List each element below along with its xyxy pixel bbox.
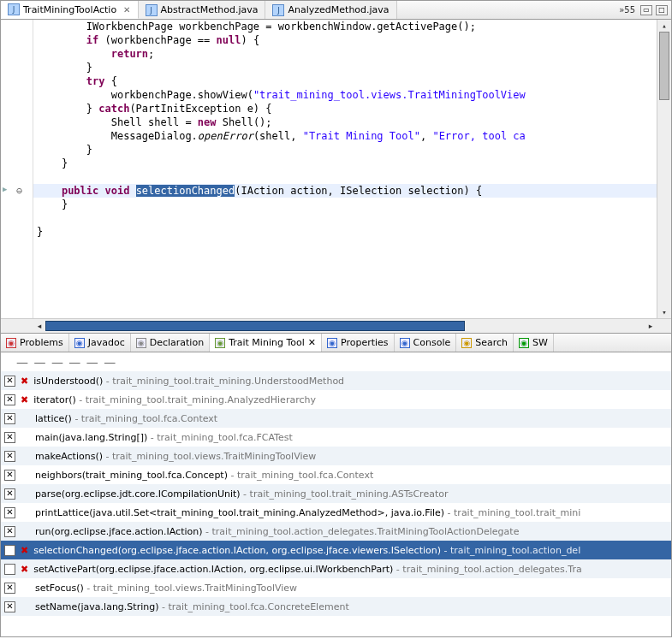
bottom-panel: ◉Problems◉Javadoc◉Declaration◉Trait Mini… [0,334,672,637]
method-name: main(java.lang.String[]) - trait_mining_… [35,432,293,443]
method-name: setName(java.lang.String) - trait_mining… [35,601,349,612]
code-line[interactable]: Shell shell = new Shell(); [33,115,657,129]
checkbox[interactable]: ✕ [4,470,15,481]
fold-toggle-icon[interactable]: ⊖ [16,185,22,197]
list-item[interactable]: ✕parse(org.eclipse.jdt.core.ICompilation… [1,484,671,503]
list-item[interactable]: ✕run(org.eclipse.jface.action.IAction) -… [1,522,671,541]
qualifier: - trait_mining_tool.action_del [441,545,580,556]
horizontal-scrollbar[interactable]: ◂ ▸ [1,318,671,333]
method-name: makeActions() - trait_mining_tool.views.… [35,451,316,462]
checkbox[interactable]: ✕ [4,376,15,387]
list-item[interactable]: ✕✖isUnderstood() - trait_mining_tool.tra… [1,371,671,390]
list-item[interactable]: ✕✖iterator() - trait_mining_tool.trait_m… [1,390,671,409]
checkbox[interactable]: ✕ [4,394,15,405]
checkbox[interactable]: ✕ [4,601,15,612]
qualifier: - trait_mining_tool.trait_mining.ASTsCre… [241,488,449,500]
code-body[interactable]: IWorkbenchPage workbenchPage = workbench… [33,20,657,318]
close-icon[interactable]: ✕ [123,5,130,15]
method-name: neighbors(trait_mining_tool.fca.Concept)… [35,470,373,481]
qualifier: - trait_mining_tool.fca.Context [228,470,373,481]
view-icon: ◉ [6,338,16,348]
scroll-left-arrow[interactable]: ◂ [33,319,45,333]
qualifier: - trait_mining_tool.action_delegates.Tra… [203,526,520,537]
minimize-button[interactable]: ▭ [640,5,652,15]
view-tab-label: Trait Mining Tool [229,337,305,348]
list-item[interactable]: ✕makeActions() - trait_mining_tool.views… [1,447,671,465]
checkbox[interactable]: ✕ [4,507,15,518]
tree-view[interactable]: — — — — — — ✕✖isUnderstood() - trait_min… [1,352,671,636]
method-name: setActivePart(org.eclipse.jface.action.I… [33,564,581,575]
error-icon: ✖ [21,564,28,575]
checkbox[interactable] [4,564,15,575]
checkbox[interactable]: ✕ [4,583,15,594]
code-line[interactable]: } [33,198,657,211]
qualifier: - trait_mining_tool.views.TraitMiningToo… [84,583,297,594]
checkbox[interactable]: ✕ [4,432,15,443]
code-line[interactable]: } [33,157,657,170]
editor-tab[interactable]: JTraitMiningToolActio✕ [1,1,139,19]
code-line[interactable]: MessageDialog.openError(shell, "Trait Mi… [33,129,657,143]
view-tab-label: Problems [20,337,63,348]
code-line[interactable]: try { [33,74,657,88]
checkbox[interactable]: ✕ [4,526,15,537]
checkbox[interactable]: ✕ [4,451,15,462]
java-file-icon: J [272,4,284,16]
view-icon: ◉ [327,338,337,348]
list-item[interactable]: ✕lattice() - trait_mining_tool.fca.Conte… [1,409,671,428]
view-tab[interactable]: ◉Problems [1,334,69,352]
view-tab-label: Declaration [150,337,204,348]
code-line[interactable] [33,211,657,225]
view-tab[interactable]: ◉Trait Mining Tool✕ [210,334,322,352]
code-line[interactable]: public void selectionChanged(IAction act… [33,184,657,198]
editor-gutter[interactable]: ⊖▶ [1,20,33,318]
view-tab[interactable]: ◉SW [514,334,554,352]
scroll-up-arrow[interactable]: ▴ [657,20,671,32]
list-item[interactable]: ✕setFocus() - trait_mining_tool.views.Tr… [1,578,671,597]
scroll-right-arrow[interactable]: ▸ [645,319,657,333]
code-line[interactable]: } [33,61,657,74]
list-item[interactable]: ✖selectionChanged(org.eclipse.jface.acti… [1,541,671,559]
vscroll-thumb[interactable] [659,32,669,100]
view-tab-label: SW [532,337,548,348]
code-line[interactable]: } [33,225,657,239]
view-tab-label: Console [413,337,451,348]
checkbox[interactable] [4,545,15,556]
method-name: selectionChanged(org.eclipse.jface.actio… [33,545,580,556]
override-marker-icon[interactable]: ▶ [3,185,7,193]
vertical-scrollbar[interactable]: ▴ ▾ [657,20,671,318]
view-tab[interactable]: ◉Declaration [131,334,210,352]
method-name: setFocus() - trait_mining_tool.views.Tra… [35,583,297,594]
view-tab[interactable]: ◉Search [456,334,514,352]
view-tab-label: Properties [341,337,389,348]
view-tab[interactable]: ◉Properties [322,334,395,352]
code-line[interactable]: } catch(PartInitException e) { [33,102,657,115]
checkbox[interactable]: ✕ [4,413,15,424]
list-item[interactable]: ✕setName(java.lang.String) - trait_minin… [1,597,671,616]
list-item[interactable]: ✕main(java.lang.String[]) - trait_mining… [1,428,671,447]
maximize-button[interactable]: □ [656,5,668,15]
view-tab[interactable]: ◉Console [395,334,457,352]
error-icon: ✖ [21,545,28,556]
editor-tab[interactable]: JAnalyzedMethod.java [265,1,396,19]
view-icon: ◉ [519,338,529,348]
checkbox[interactable]: ✕ [4,488,15,500]
tab-overflow-indicator[interactable]: »55 [614,5,640,15]
view-tab[interactable]: ◉Javadoc [69,334,131,352]
code-line[interactable]: workbenchPage.showView("trait_mining_too… [33,88,657,102]
scroll-down-arrow[interactable]: ▾ [657,306,671,318]
close-icon[interactable]: ✕ [308,337,316,348]
code-line[interactable]: if (workbenchPage == null) { [33,33,657,47]
list-item[interactable]: ✖setActivePart(org.eclipse.jface.action.… [1,559,671,578]
list-item[interactable]: ✕printLattice(java.util.Set<trait_mining… [1,503,671,522]
code-line[interactable]: return; [33,47,657,61]
java-file-icon: J [146,4,158,16]
java-file-icon: J [8,3,20,15]
editor-tab[interactable]: JAbstractMethod.java [139,1,266,19]
list-item[interactable]: ✕neighbors(trait_mining_tool.fca.Concept… [1,465,671,484]
hscroll-thumb[interactable] [45,321,465,331]
qualifier: - trait_mining_tool.trait_mining.Analyze… [76,394,316,405]
code-line[interactable]: } [33,143,657,157]
code-line[interactable]: IWorkbenchPage workbenchPage = workbench… [33,20,657,33]
code-line[interactable] [33,170,657,184]
view-icon: ◉ [74,338,85,348]
